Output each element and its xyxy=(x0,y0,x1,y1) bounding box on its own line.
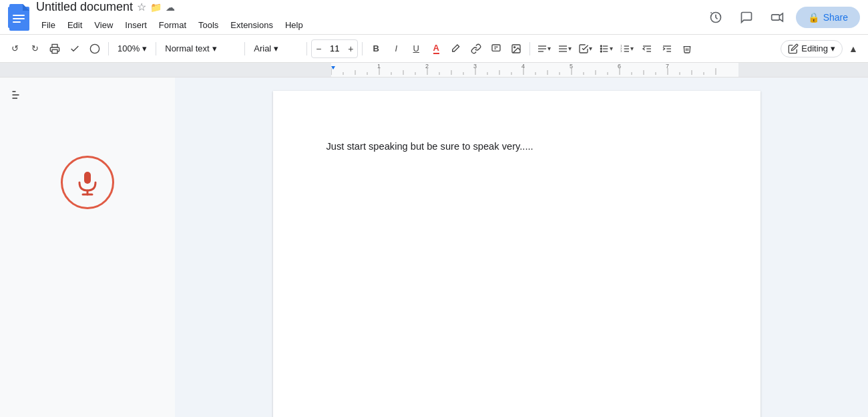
svg-rect-10 xyxy=(771,14,779,19)
mic-container xyxy=(11,156,164,209)
spacing-chevron-icon: ▾ xyxy=(568,45,572,52)
history-button[interactable] xyxy=(704,5,728,29)
style-select[interactable]: Normal text ▾ xyxy=(160,39,240,58)
microphone-icon xyxy=(74,169,101,196)
document-title[interactable]: Untitled document xyxy=(36,0,133,14)
menu-insert[interactable]: Insert xyxy=(120,19,152,31)
indent-decrease-button[interactable] xyxy=(638,39,656,58)
zoom-select[interactable]: 100% ▾ xyxy=(113,39,152,58)
editing-chevron-icon: ▾ xyxy=(831,43,835,53)
title-bar: Untitled document ☆ 📁 ☁ File Edit View I… xyxy=(0,0,868,35)
redo-button[interactable]: ↻ xyxy=(25,39,44,58)
title-area: Untitled document ☆ 📁 ☁ File Edit View I… xyxy=(36,0,704,34)
checklist-chevron-icon: ▾ xyxy=(589,45,592,52)
align-chevron-icon: ▾ xyxy=(548,45,551,52)
font-size-increase-button[interactable]: + xyxy=(344,39,357,58)
sidebar xyxy=(0,78,175,417)
divider-5 xyxy=(362,42,363,55)
underline-button[interactable]: U xyxy=(407,39,425,58)
font-size-decrease-button[interactable]: − xyxy=(312,39,325,58)
docs-icon xyxy=(8,4,29,31)
text-color-icon: A xyxy=(433,43,439,54)
menu-extensions[interactable]: Extensions xyxy=(225,19,278,31)
image-button[interactable] xyxy=(507,39,525,58)
font-chevron-icon: ▾ xyxy=(274,43,278,53)
svg-rect-8 xyxy=(13,21,21,23)
editing-mode-label: Editing xyxy=(801,43,828,53)
svg-rect-12 xyxy=(492,45,500,51)
comment-button[interactable] xyxy=(734,5,758,29)
font-size-input[interactable] xyxy=(325,43,344,53)
italic-button[interactable]: I xyxy=(387,39,405,58)
font-label: Arial xyxy=(254,43,271,53)
svg-rect-44 xyxy=(84,172,91,184)
divider-1 xyxy=(108,42,109,55)
share-button[interactable]: 🔒 Share xyxy=(796,7,860,28)
bullet-list-button[interactable]: ▾ xyxy=(596,39,616,58)
right-controls: 🔒 Share xyxy=(704,5,860,29)
line-spacing-button[interactable]: ▾ xyxy=(555,39,574,58)
toolbar-collapse-button[interactable]: ▲ xyxy=(844,39,863,58)
menu-help[interactable]: Help xyxy=(280,19,308,31)
comment-inline-button[interactable] xyxy=(487,39,505,58)
menu-file[interactable]: File xyxy=(36,19,61,31)
clear-formatting-button[interactable] xyxy=(678,39,696,58)
svg-text:3: 3 xyxy=(621,49,623,53)
zoom-label: 100% xyxy=(118,43,140,53)
highlight-button[interactable] xyxy=(447,39,465,58)
paint-format-button[interactable] xyxy=(85,39,104,58)
divider-6 xyxy=(529,42,530,55)
divider-4 xyxy=(306,42,307,55)
document-page: Just start speaking but be sure to speak… xyxy=(273,91,761,417)
spell-check-button[interactable] xyxy=(65,39,84,58)
numbered-chevron-icon: ▾ xyxy=(630,45,634,52)
right-margin xyxy=(858,78,868,417)
document-area[interactable]: Just start speaking but be sure to speak… xyxy=(175,78,858,417)
print-button[interactable] xyxy=(45,39,64,58)
menu-edit[interactable]: Edit xyxy=(62,19,87,31)
numbered-list-button[interactable]: 1 2 3 ▾ xyxy=(617,39,636,58)
style-chevron-icon: ▾ xyxy=(212,43,217,53)
svg-point-28 xyxy=(601,51,602,52)
link-button[interactable] xyxy=(467,39,485,58)
main-area: Just start speaking but be sure to speak… xyxy=(0,78,868,417)
title-row: Untitled document ☆ 📁 ☁ xyxy=(36,0,704,14)
microphone-button[interactable] xyxy=(61,156,114,209)
toolbar: ↺ ↻ 100% ▾ Normal text ▾ Arial ▾ − + B xyxy=(0,35,868,63)
svg-rect-11 xyxy=(52,49,57,53)
text-color-button[interactable]: A xyxy=(427,39,445,58)
divider-3 xyxy=(244,42,245,55)
zoom-chevron-icon: ▾ xyxy=(142,43,147,53)
editing-mode-selector[interactable]: Editing ▾ xyxy=(781,40,843,57)
folder-icon[interactable]: 📁 xyxy=(150,2,162,13)
share-label: Share xyxy=(823,12,848,23)
svg-rect-6 xyxy=(13,15,25,16)
divider-2 xyxy=(156,42,156,55)
svg-point-27 xyxy=(601,48,602,49)
svg-point-26 xyxy=(601,45,602,47)
font-size-control: − + xyxy=(311,39,358,58)
bold-button[interactable]: B xyxy=(367,39,385,58)
svg-point-16 xyxy=(514,46,515,47)
document-outline-button[interactable] xyxy=(11,88,24,105)
checklist-button[interactable]: ▾ xyxy=(576,39,595,58)
star-icon[interactable]: ☆ xyxy=(137,1,146,13)
document-content[interactable]: Just start speaking but be sure to speak… xyxy=(327,139,707,154)
pencil-icon xyxy=(788,43,799,54)
menu-format[interactable]: Format xyxy=(154,19,192,31)
meet-button[interactable] xyxy=(765,5,789,29)
menu-view[interactable]: View xyxy=(89,19,118,31)
align-button[interactable]: ▾ xyxy=(534,39,554,58)
indent-increase-button[interactable] xyxy=(658,39,676,58)
style-label: Normal text xyxy=(165,43,209,53)
font-select[interactable]: Arial ▾ xyxy=(249,39,302,58)
undo-button[interactable]: ↺ xyxy=(5,39,24,58)
svg-rect-7 xyxy=(13,18,25,19)
bullet-chevron-icon: ▾ xyxy=(610,45,613,52)
cloud-icon[interactable]: ☁ xyxy=(166,2,175,13)
menu-bar: File Edit View Insert Format Tools Exten… xyxy=(36,15,704,34)
lock-icon: 🔒 xyxy=(808,12,819,23)
menu-tools[interactable]: Tools xyxy=(193,19,224,31)
ruler xyxy=(0,63,868,78)
